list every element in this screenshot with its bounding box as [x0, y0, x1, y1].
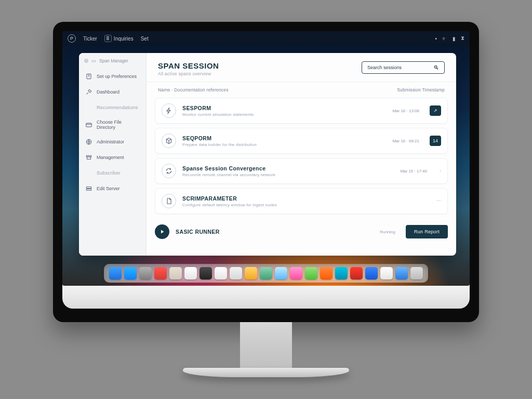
dock-app[interactable]	[365, 267, 378, 280]
reload-icon	[162, 164, 176, 178]
monitor-stand-neck	[240, 322, 292, 369]
clock-icon: ⧗	[461, 35, 464, 42]
blank-icon	[85, 104, 92, 111]
sidebar-item-management[interactable]: Management	[82, 151, 143, 164]
sidebar-item-label: Administrator	[97, 139, 124, 144]
count-badge[interactable]: 14	[430, 136, 441, 146]
item-title: SESPORM	[182, 105, 386, 111]
item-meta: Mar 15 · 17:40	[400, 169, 427, 174]
footer-title: SASIC RUNNER	[176, 229, 220, 235]
sidebar-item-administrator[interactable]: Administrator	[82, 135, 143, 149]
list-subheader: Name · Documentation references Submissi…	[147, 82, 456, 96]
menubar-item-inquiries[interactable]: ≣ Inquiries	[104, 35, 134, 42]
dock-app[interactable]	[109, 267, 122, 280]
sidebar-item-label: Management	[97, 155, 124, 160]
signature-icon: 〰	[436, 198, 441, 204]
list-item[interactable]: SEQPORM Prepare data builder for the dis…	[155, 128, 448, 154]
search-placeholder: Search sessions	[367, 65, 402, 70]
status-indicator-icon: •	[435, 36, 437, 42]
sidebar-item-recommendations[interactable]: Recommendations	[82, 101, 143, 114]
item-desc: Configure default latency window for ing…	[182, 203, 418, 207]
footer-row: SASIC RUNNER · Running Run Report	[147, 220, 456, 245]
sidebar-item-editserver[interactable]: Edit Server	[82, 182, 143, 195]
dock-app[interactable]	[154, 267, 167, 280]
menubar-label: Inquiries	[114, 36, 134, 42]
dock-app[interactable]	[275, 267, 287, 280]
dock-app[interactable]	[184, 267, 197, 280]
sidebar-item-directory[interactable]: Choose File Directory	[82, 116, 143, 133]
app-window: ▭ Span Manager Set up Preferences Dashbo…	[79, 53, 456, 256]
dock-app[interactable]	[290, 267, 302, 280]
search-input[interactable]: Search sessions 🔍︎	[362, 61, 445, 74]
dock-app[interactable]	[200, 267, 212, 280]
server-icon	[85, 185, 92, 192]
subheader-right: Submission Timestamp	[397, 87, 445, 92]
item-desc: Reconcile remote channel via secondary n…	[182, 172, 394, 177]
dock-app[interactable]	[335, 267, 348, 280]
page-subtitle: All active spans overview	[158, 71, 362, 76]
window-control-icon[interactable]	[84, 59, 88, 63]
main-panel: SPAN SESSION All active spans overview S…	[147, 53, 456, 256]
desktop-screen: P Ticker ≣ Inquiries Set • ᯤ ▮ ⧗	[62, 31, 470, 286]
menubar-item-set[interactable]: Set	[141, 36, 149, 42]
globe-icon	[85, 138, 92, 145]
card-icon	[85, 121, 92, 128]
sidebar-item-label: Choose File Directory	[97, 119, 140, 130]
app-menu-icon[interactable]: P	[68, 34, 76, 43]
list-item[interactable]: SCRIMPARAMETER Configure default latency…	[155, 188, 448, 214]
wifi-icon[interactable]: ᯤ	[442, 36, 447, 42]
open-badge[interactable]: ↗	[430, 105, 441, 116]
divider-dot: ·	[369, 230, 370, 234]
bolt-icon	[162, 103, 176, 118]
footer-status: Running	[380, 230, 395, 234]
blank-icon	[85, 169, 92, 177]
dock-app[interactable]	[380, 267, 393, 280]
menubar-app-name[interactable]: Ticker	[83, 36, 97, 42]
document-icon	[162, 194, 176, 208]
sidebar-item-subscriber[interactable]: Subscriber	[82, 166, 143, 180]
dock-app[interactable]	[230, 267, 242, 280]
svg-rect-5	[86, 187, 91, 189]
run-report-button[interactable]: Run Report	[406, 225, 448, 238]
sidebar-item-label: Dashboard	[97, 89, 119, 95]
session-list: SESPORM Monitor current simulation state…	[147, 96, 456, 220]
dock-app[interactable]	[169, 267, 182, 280]
item-desc: Monitor current simulation statements	[182, 112, 386, 117]
tool-icon	[85, 88, 92, 96]
chevron-right-icon: ›	[440, 168, 441, 174]
dock-app[interactable]	[305, 267, 317, 280]
sidebar-item-dashboard[interactable]: Dashboard	[82, 85, 143, 99]
window-chip-icon: ▭	[91, 58, 96, 63]
monitor-bezel: P Ticker ≣ Inquiries Set • ᯤ ▮ ⧗	[53, 22, 479, 322]
dock-app[interactable]	[139, 267, 152, 280]
page-title: SPAN SESSION	[158, 61, 362, 70]
search-icon: 🔍︎	[433, 64, 439, 71]
dock-app[interactable]	[395, 267, 408, 280]
play-icon[interactable]	[155, 224, 169, 239]
list-item[interactable]: Spanse Session Convergence Reconcile rem…	[155, 158, 448, 184]
window-title: Span Manager	[99, 58, 128, 63]
dock-app[interactable]	[260, 267, 272, 280]
item-meta: Mar 16 · 09:21	[392, 139, 419, 143]
dock-app[interactable]	[350, 267, 363, 280]
item-desc: Prepare data builder for the distributio…	[182, 142, 386, 147]
sidebar-item-preferences[interactable]: Set up Preferences	[82, 70, 143, 83]
dock-app[interactable]	[410, 267, 423, 280]
dock-app[interactable]	[215, 267, 227, 280]
monitor-chin	[62, 285, 470, 309]
dock-app[interactable]	[245, 267, 257, 280]
svg-rect-1	[86, 123, 92, 127]
item-title: SEQPORM	[182, 135, 386, 141]
dock-app[interactable]	[124, 267, 137, 280]
dock-app[interactable]	[320, 267, 332, 280]
sidebar: ▭ Span Manager Set up Preferences Dashbo…	[79, 53, 147, 256]
list-item[interactable]: SESPORM Monitor current simulation state…	[155, 98, 448, 124]
package-icon	[162, 134, 176, 148]
svg-rect-4	[87, 157, 91, 159]
sidebar-item-label: Subscriber	[97, 170, 121, 176]
archive-icon	[85, 154, 92, 161]
os-menubar: P Ticker ≣ Inquiries Set • ᯤ ▮ ⧗	[62, 31, 470, 46]
list-icon: ≣	[104, 35, 112, 42]
sidebar-item-label: Recommendations	[97, 105, 138, 110]
page-header: SPAN SESSION All active spans overview S…	[147, 53, 456, 82]
